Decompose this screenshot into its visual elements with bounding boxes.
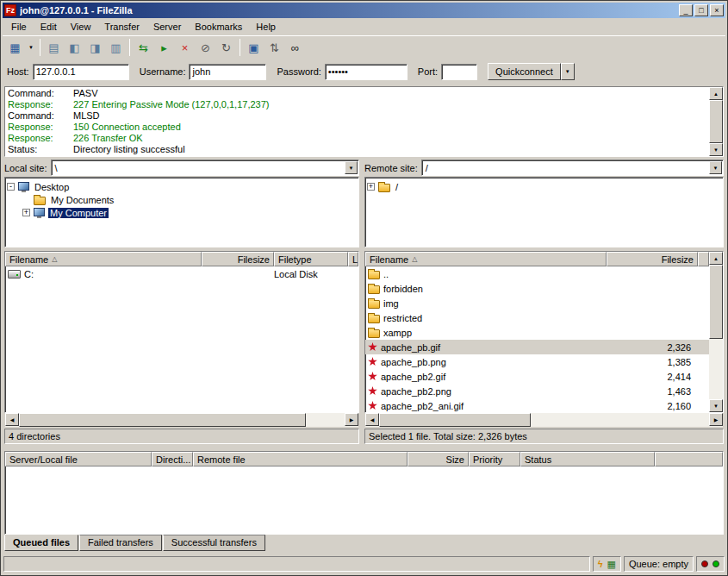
tree-item-my-computer[interactable]: + My Computer (7, 206, 357, 219)
toggle-local-tree-button[interactable]: ◧ (65, 38, 84, 57)
password-input[interactable] (325, 64, 408, 80)
column-header-filename[interactable]: Filename△ (5, 252, 202, 266)
scroll-thumb[interactable] (709, 265, 723, 339)
column-header-filename[interactable]: Filename△ (365, 252, 607, 266)
remote-file-row[interactable]: apache_pb2_ani.gif 2,160 (365, 398, 709, 412)
column-header-size[interactable]: Size (408, 452, 469, 466)
scroll-left-button[interactable]: ◀ (5, 413, 19, 426)
column-header-priority[interactable]: Priority (469, 452, 520, 466)
menu-item-transfer[interactable]: Transfer (97, 20, 146, 34)
scroll-down-button[interactable]: ▼ (709, 143, 723, 156)
username-input[interactable] (189, 64, 266, 80)
indicator-grid-icon[interactable]: ▦ (607, 560, 616, 569)
process-queue-button[interactable]: ▸ (154, 38, 174, 57)
remote-file-row[interactable]: apache_pb2.gif 2,414 (365, 369, 709, 384)
remote-horizontal-scrollbar[interactable]: ◀ ▶ (365, 413, 723, 427)
synchronized-browsing-button[interactable]: ⇅ (264, 38, 284, 57)
horizontal-splitter[interactable] (3, 444, 725, 451)
toolbar-separator (240, 39, 240, 56)
sort-ascending-icon: △ (52, 255, 57, 263)
local-file-row[interactable]: C: Local Disk (5, 266, 358, 281)
column-header-remote-file[interactable]: Remote file (193, 452, 408, 466)
refresh-button[interactable]: ⇆ (134, 38, 153, 57)
remote-site-value: / (422, 163, 709, 173)
expander-icon[interactable]: - (7, 183, 15, 191)
minimize-button[interactable]: _ (679, 4, 693, 16)
disconnect-button[interactable]: ⊘ (196, 38, 215, 57)
menu-item-bookmarks[interactable]: Bookmarks (188, 20, 249, 34)
local-horizontal-scrollbar[interactable]: ◀ ▶ (5, 413, 358, 427)
menu-item-help[interactable]: Help (249, 20, 283, 34)
directory-comparison-button[interactable]: ▣ (244, 38, 264, 57)
local-site-combobox[interactable]: \ ▼ (51, 160, 359, 176)
expander-icon[interactable]: + (22, 209, 30, 216)
computer-icon (34, 208, 45, 216)
toggle-transfer-queue-button[interactable]: ▥ (106, 38, 126, 57)
reconnect-button[interactable]: ↻ (216, 38, 236, 57)
log-line-label: Status: (8, 144, 73, 155)
find-files-button[interactable]: ∞ (285, 38, 305, 57)
scroll-left-button[interactable]: ◀ (365, 413, 379, 426)
chevron-down-icon[interactable]: ▼ (345, 161, 358, 174)
column-header-filetype[interactable]: Filetype (274, 252, 348, 266)
site-manager-button[interactable]: ▦ (5, 38, 25, 57)
remote-file-row-selected[interactable]: apache_pb.gif 2,326 (365, 340, 709, 354)
local-site-value: \ (52, 163, 345, 173)
menu-item-file[interactable]: File (4, 20, 34, 34)
column-header-direction[interactable]: Directi... (152, 452, 193, 466)
scroll-thumb[interactable] (379, 413, 531, 427)
column-header-filesize[interactable]: Filesize (607, 252, 698, 266)
log-line-label: Command: (8, 88, 73, 99)
log-scrollbar[interactable]: ▲ ▼ (709, 87, 723, 156)
expander-icon[interactable]: + (367, 183, 375, 191)
tree-item-desktop[interactable]: - Desktop (7, 180, 357, 193)
remote-file-row[interactable]: restricted (365, 310, 709, 325)
port-input[interactable] (441, 64, 477, 80)
column-header-server-local-file[interactable]: Server/Local file (5, 452, 152, 466)
toggle-remote-tree-button[interactable]: ◨ (85, 38, 105, 57)
tab-successful-transfers[interactable]: Successful transfers (163, 535, 265, 551)
arrow-right-icon: ▶ (350, 416, 354, 423)
menu-item-view[interactable]: View (64, 20, 98, 34)
cancel-button[interactable]: × (175, 38, 195, 57)
quickconnect-dropdown[interactable]: ▼ (561, 63, 575, 80)
scroll-up-button[interactable]: ▲ (709, 87, 723, 100)
host-input[interactable] (33, 64, 129, 80)
remote-site-combobox[interactable]: / ▼ (421, 160, 724, 176)
remote-file-row[interactable]: apache_pb.png 1,385 (365, 354, 709, 369)
tree-item-my-documents[interactable]: My Documents (7, 193, 357, 206)
remote-file-row[interactable]: .. (365, 266, 709, 281)
menu-item-server[interactable]: Server (146, 20, 188, 34)
close-button[interactable]: × (710, 4, 724, 16)
scroll-down-button[interactable]: ▼ (709, 399, 723, 412)
scroll-thumb[interactable] (19, 413, 306, 427)
chevron-down-icon[interactable]: ▼ (709, 161, 722, 174)
column-label: Filetype (278, 254, 312, 265)
toggle-message-log-button[interactable]: ▤ (44, 38, 64, 57)
tab-failed-transfers[interactable]: Failed transfers (79, 535, 162, 551)
tab-queued-files[interactable]: Queued files (4, 535, 78, 551)
toolbar-separator (40, 39, 40, 56)
tree-item-root[interactable]: + / (367, 180, 721, 193)
remote-file-row[interactable]: xampp (365, 325, 709, 340)
tree-item-label: My Computer (48, 208, 109, 218)
remote-vertical-scrollbar[interactable]: ▲ ▼ (709, 252, 723, 412)
column-header-last-modified[interactable]: L (348, 252, 358, 266)
scroll-up-button[interactable]: ▲ (709, 252, 723, 265)
column-header-filesize[interactable]: Filesize (202, 252, 274, 266)
remote-file-row[interactable]: img (365, 296, 709, 310)
maximize-button[interactable]: □ (694, 4, 708, 16)
quickconnect-button[interactable]: Quickconnect (488, 63, 561, 80)
scroll-right-button[interactable]: ▶ (709, 413, 723, 426)
remote-status-text: Selected 1 file. Total size: 2,326 bytes (369, 431, 527, 441)
lightning-icon[interactable]: ϟ (598, 560, 603, 569)
remote-file-row[interactable]: forbidden (365, 281, 709, 296)
remote-file-row[interactable]: apache_pb2.png 1,463 (365, 384, 709, 398)
menu-item-edit[interactable]: Edit (34, 20, 64, 34)
site-manager-dropdown[interactable]: ▼ (26, 38, 36, 57)
scroll-thumb[interactable] (709, 100, 723, 143)
column-header-status[interactable]: Status (520, 452, 655, 466)
arrow-up-icon: ▲ (713, 256, 719, 261)
local-site-bar: Local site: \ ▼ (4, 159, 359, 177)
scroll-right-button[interactable]: ▶ (345, 413, 358, 426)
